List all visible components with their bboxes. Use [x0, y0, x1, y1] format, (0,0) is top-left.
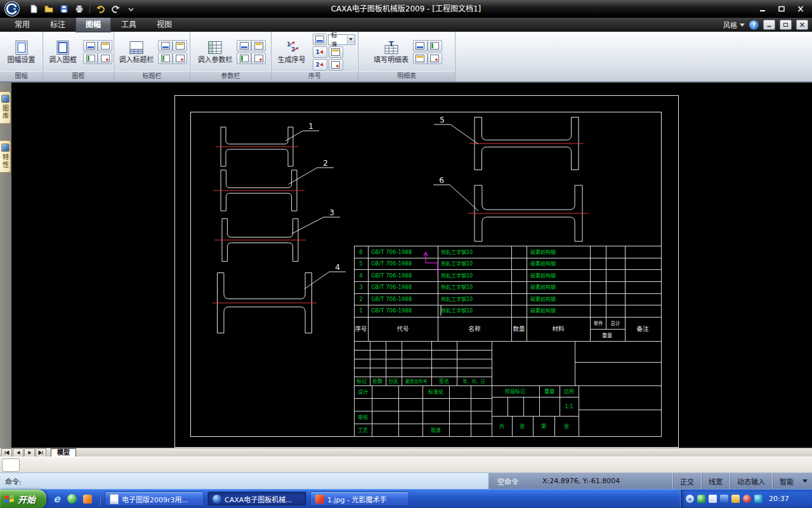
photo-tool-icon[interactable] [81, 493, 93, 505]
svg-text:名称: 名称 [468, 325, 481, 332]
svg-text:处数: 处数 [372, 378, 383, 384]
parambar-fill-icon [240, 55, 249, 62]
title-block-labels: 标记 处数 分区 更改文件号 签名 年、月、日 设计 标准化 审核 工艺 批准 … [357, 378, 574, 433]
side-tab-library[interactable]: 图库 [0, 91, 11, 124]
minimize-button[interactable] [756, 4, 769, 13]
side-tab-properties[interactable]: 特性 [0, 140, 11, 173]
doc-restore-button[interactable] [780, 20, 792, 30]
frame-save-icon [86, 55, 95, 62]
seqnum-standard-combobox[interactable]: 标准 [328, 34, 355, 45]
media-player-icon[interactable] [66, 493, 78, 505]
internet-explorer-icon[interactable]: e [51, 493, 63, 505]
bom-tool-button-2[interactable] [428, 40, 442, 51]
linewidth-toggle[interactable]: 线宽 [701, 473, 730, 489]
command-prompt-area[interactable]: 命令: [0, 472, 488, 489]
titleblock-tool-button-4[interactable] [173, 53, 187, 64]
insert-parambar-label: 调入参数栏 [198, 57, 233, 64]
svg-text:碳素结构钢: 碳素结构钢 [530, 272, 556, 279]
insert-parambar-button[interactable]: 调入参数栏 [197, 39, 233, 65]
application-menu-orb[interactable] [3, 1, 22, 17]
drawing-canvas-area[interactable]: 1 2 3 4 5 6 [11, 83, 812, 448]
taskbar-button-help-doc[interactable]: 电子图版2009r3用... [105, 491, 204, 506]
tray-icon-volume[interactable] [754, 495, 763, 503]
taskbar-button-photo[interactable]: 1.jpg - 光影魔术手 [310, 491, 409, 506]
tab-gongju[interactable]: 工具 [112, 17, 146, 32]
ortho-toggle[interactable]: 正交 [672, 473, 701, 489]
tray-icon-security[interactable] [743, 495, 751, 503]
help-icon: ? [752, 22, 756, 29]
bom-tool-button-1[interactable] [413, 40, 428, 51]
svg-text:年、月、日: 年、月、日 [463, 378, 485, 384]
parambar-define-icon [240, 42, 249, 50]
maximize-button[interactable] [775, 4, 788, 13]
style-dropdown[interactable]: 风格 [723, 20, 745, 30]
frame-tool-button-4[interactable] [98, 53, 112, 64]
redo-button[interactable] [108, 3, 122, 15]
snap-dropdown-button[interactable] [801, 479, 809, 483]
first-tab-button[interactable] [1, 448, 12, 457]
titleblock-tool-button-2[interactable] [173, 40, 187, 51]
generate-seqnum-button[interactable]: 1 2 生成序号 [274, 39, 310, 65]
tab-shitu[interactable]: 视图 [147, 17, 181, 32]
ribbon-empty-area [455, 32, 812, 81]
taskbar-button-caxa[interactable]: CAXA电子图板机械... [207, 491, 306, 506]
parambar-small-buttons [237, 40, 265, 64]
seqnum-tool-button-4[interactable] [329, 59, 343, 70]
seqnum-tool-button-3[interactable]: 2 [313, 59, 327, 70]
frame-delete-icon [101, 55, 110, 62]
fill-bom-button[interactable]: T 填写明细表 [373, 39, 410, 65]
seqnum-digit-icon: 2 [316, 62, 320, 68]
printer-icon [75, 4, 84, 13]
doc-close-button[interactable] [796, 20, 808, 30]
seqnum-style-button[interactable] [313, 34, 327, 45]
help-button[interactable]: ? [749, 20, 759, 30]
save-button[interactable] [57, 3, 71, 15]
tab-tufu[interactable]: 图幅 [76, 17, 110, 32]
balloon-2: 2 [323, 159, 328, 168]
qat-customize-dropdown[interactable] [124, 3, 138, 15]
doc-minimize-button[interactable] [763, 20, 775, 30]
model-tab[interactable]: 模型 [51, 448, 76, 457]
tray-icon-input-method[interactable] [709, 495, 717, 503]
frame-tool-button-3[interactable] [83, 53, 98, 64]
bom-tool-button-4[interactable] [428, 53, 442, 64]
insert-titleblock-button[interactable]: 调入标题栏 [118, 39, 155, 65]
parambar-tool-button-1[interactable] [237, 40, 251, 51]
tab-changyong[interactable]: 常用 [5, 17, 39, 32]
seqnum-tool-button-1[interactable]: 1 [313, 46, 327, 58]
open-folder-icon [44, 4, 53, 13]
ribbon-tab-bar: 常用 标注 图幅 工具 视图 风格 ? [0, 18, 812, 32]
smart-snap-toggle[interactable]: 智能 [772, 473, 801, 489]
window-controls [756, 4, 807, 13]
tab-biaozhu[interactable]: 标注 [41, 17, 75, 32]
command-input-box[interactable] [2, 458, 20, 472]
svg-text:阶段标记: 阶段标记 [505, 388, 525, 394]
titleblock-tool-button-1[interactable] [158, 40, 173, 51]
new-file-button[interactable] [27, 3, 41, 15]
titleblock-tool-button-3[interactable] [158, 53, 173, 64]
seqnum-tool-button-2[interactable] [329, 46, 343, 58]
print-button[interactable] [72, 3, 86, 15]
next-tab-button[interactable] [24, 448, 35, 457]
tray-icon-update[interactable] [731, 495, 740, 503]
bom-tool-button-3[interactable] [413, 53, 428, 64]
open-file-button[interactable] [42, 3, 56, 15]
parambar-tool-button-2[interactable] [251, 40, 266, 51]
dynamic-input-toggle[interactable]: 动态输入 [730, 473, 772, 489]
svg-text:5: 5 [359, 260, 362, 267]
tray-icon-network[interactable] [720, 495, 728, 503]
prev-tab-button[interactable] [13, 448, 23, 457]
parambar-tool-button-3[interactable] [237, 53, 251, 64]
frame-tool-button-1[interactable] [83, 40, 98, 51]
tray-chevron-button[interactable]: « [686, 495, 694, 503]
close-button[interactable] [794, 4, 807, 13]
svg-text:共: 共 [499, 424, 504, 429]
frame-tool-button-2[interactable] [98, 40, 112, 51]
last-tab-button[interactable] [36, 448, 46, 457]
start-button[interactable]: 开始 [0, 490, 46, 508]
tray-icon-antivirus[interactable] [697, 495, 705, 503]
parambar-tool-button-4[interactable] [251, 53, 266, 64]
sheet-settings-button[interactable]: 图幅设置 [3, 39, 40, 65]
insert-frame-button[interactable]: 调入图框 [46, 39, 80, 65]
undo-button[interactable] [93, 3, 107, 15]
